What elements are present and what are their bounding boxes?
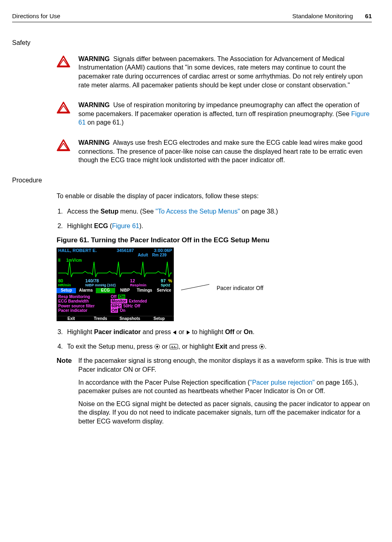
note-p2: In accordance with the Pacer Pulse Rejec… xyxy=(78,378,372,396)
warning-icon xyxy=(57,55,70,68)
tab-service: Service xyxy=(154,288,174,293)
btn-setup: Setup xyxy=(145,316,174,322)
header-section: Standalone Monitoring xyxy=(292,12,353,20)
patient-type: Adult xyxy=(138,253,148,258)
procedure-intro: To enable or disable the display of pace… xyxy=(57,192,372,201)
nibp-vital: 140/78NIBP mmHg (102) xyxy=(85,279,116,287)
note-p1: If the pacemaker signal is strong enough… xyxy=(78,356,372,374)
left-arrow-icon xyxy=(173,330,177,335)
figure-61: HALL, ROBERT E. 3456187 3:00:06P Adult R… xyxy=(57,248,372,321)
warning-icon xyxy=(57,139,70,151)
display-button-icon xyxy=(169,344,178,349)
procedure-steps-cont: Highlight Pacer indicator and press or t… xyxy=(57,328,372,351)
warning-3-text: WARNING Always use fresh ECG electrodes … xyxy=(78,138,372,165)
tab-alarms: Alarms xyxy=(76,288,95,293)
figure-link[interactable]: Figure 61 xyxy=(112,222,139,229)
btn-snapshots: Snapshots xyxy=(115,316,145,322)
note-block: Note If the pacemaker signal is strong e… xyxy=(57,356,372,430)
svg-point-2 xyxy=(156,346,158,348)
setup-menus-link[interactable]: "To Access the Setup Menus" xyxy=(156,208,240,215)
time: 3:00:06P xyxy=(154,248,172,253)
step-4: To exit the Setup menu, press or , or hi… xyxy=(65,342,372,351)
pacer-pulse-link[interactable]: "Pacer pulse rejection" xyxy=(250,379,315,386)
warning-1-text: WARNING Signals differ between pacemaker… xyxy=(78,55,372,89)
patient-id: 3456187 xyxy=(117,248,134,253)
procedure-heading: Procedure xyxy=(12,176,372,185)
warning-label: WARNING xyxy=(78,139,110,146)
note-label: Note xyxy=(57,356,72,366)
btn-exit: Exit xyxy=(57,316,86,322)
warning-3: WARNING Always use fresh ECG electrodes … xyxy=(57,138,372,165)
step-3: Highlight Pacer indicator and press or t… xyxy=(65,328,372,337)
note-p3: Noise on the ECG signal might be detecte… xyxy=(78,400,372,426)
right-arrow-icon xyxy=(186,330,190,335)
warning-label: WARNING xyxy=(78,102,110,108)
callout-label: Pacer indicator Off xyxy=(217,284,263,292)
step-2: Highlight ECG (Figure 61). xyxy=(65,222,372,231)
select-button-icon xyxy=(154,344,160,349)
spo2-vital: 97 %SpO2 xyxy=(161,279,172,287)
tab-timings: Timings xyxy=(135,288,154,293)
note-body: If the pacemaker signal is strong enough… xyxy=(78,356,372,430)
warning-icon xyxy=(57,102,70,114)
resp-vital: 12Resp/min xyxy=(130,279,147,287)
tab-ecg: ECG xyxy=(96,288,115,293)
ecg-settings: Resp MonitoringOffOn ECG BandwidthMonito… xyxy=(57,293,174,316)
monitor-screen: HALL, ROBERT E. 3456187 3:00:06P Adult R… xyxy=(57,248,174,321)
scale-label: 1mV/cm xyxy=(66,258,82,263)
step-1: Access the Setup menu. (See "To Access t… xyxy=(65,207,372,216)
page-header: Directions for Use Standalone Monitoring… xyxy=(12,12,372,22)
procedure-steps: Access the Setup menu. (See "To Access t… xyxy=(57,207,372,230)
lead-label: II xyxy=(58,258,61,263)
warning-2: WARNING Use of respiration monitoring by… xyxy=(57,101,372,127)
svg-line-0 xyxy=(181,284,209,290)
hr-vital: 80HR/min xyxy=(58,279,71,287)
btn-trends: Trends xyxy=(86,316,116,322)
figure-caption: Figure 61. Turning the Pacer Indicator O… xyxy=(57,236,372,245)
patient-name: HALL, ROBERT E. xyxy=(58,248,97,253)
bottom-buttons: Exit Trends Snapshots Setup xyxy=(57,316,174,322)
select-button-icon xyxy=(259,344,265,349)
safety-heading: Safety xyxy=(12,38,372,47)
page-number: 61 xyxy=(365,12,372,20)
warning-2-text: WARNING Use of respiration monitoring by… xyxy=(78,101,372,127)
tab-setup: Setup xyxy=(57,288,76,293)
room: Rm 239 xyxy=(152,253,166,258)
ecg-waveform: II 1mV/cm xyxy=(57,258,174,279)
warning-label: WARNING xyxy=(78,55,110,62)
setup-tabs: Setup Alarms ECG NIBP Timings Service xyxy=(57,288,174,293)
header-left: Directions for Use xyxy=(12,12,60,20)
svg-point-5 xyxy=(261,346,263,348)
warning-1: WARNING Signals differ between pacemaker… xyxy=(57,55,372,89)
callout-line xyxy=(181,272,209,296)
svg-rect-3 xyxy=(170,344,178,349)
tab-nibp: NIBP xyxy=(115,288,135,293)
